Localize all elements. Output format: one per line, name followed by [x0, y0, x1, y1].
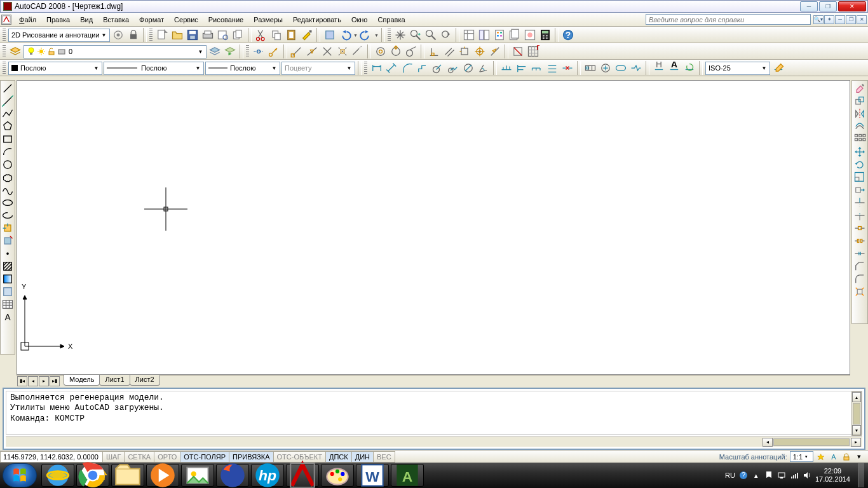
- dim-ordinate-icon[interactable]: [416, 61, 430, 75]
- break-at-point-icon[interactable]: [853, 222, 867, 234]
- workspace-settings-icon[interactable]: [111, 28, 125, 42]
- taskbar-ie-icon[interactable]: [41, 464, 74, 487]
- tab-next-button[interactable]: ▸: [39, 376, 49, 386]
- trim-icon[interactable]: [853, 196, 867, 209]
- tab-prev-button[interactable]: ◂: [28, 376, 38, 386]
- copy-icon[interactable]: [269, 28, 283, 42]
- snap-center-icon[interactable]: [374, 44, 388, 58]
- taskbar-autocad-icon[interactable]: [286, 464, 319, 487]
- taskbar-chrome-icon[interactable]: [76, 464, 109, 487]
- help-icon[interactable]: ?: [561, 28, 575, 42]
- snap-apparent-icon[interactable]: [336, 44, 349, 58]
- minimize-button[interactable]: ─: [800, 1, 818, 11]
- drawing-canvas[interactable]: X Y: [17, 80, 850, 375]
- design-center-icon[interactable]: [477, 28, 491, 42]
- plot-icon[interactable]: [201, 28, 215, 42]
- menu-edit[interactable]: Правка: [41, 15, 75, 25]
- insert-block-icon[interactable]: [1, 222, 15, 234]
- inspection-icon[interactable]: [614, 61, 628, 75]
- sheet-set-manager-icon[interactable]: [508, 28, 522, 42]
- annotation-scale-dropdown[interactable]: 1:1: [790, 451, 813, 462]
- command-history[interactable]: Выполняется регенерация модели. Утилиты …: [6, 391, 862, 435]
- toolbar-grip[interactable]: [3, 62, 6, 74]
- rotate-icon[interactable]: [853, 158, 867, 171]
- taskbar-paint-icon[interactable]: [321, 464, 354, 487]
- center-mark-icon[interactable]: [599, 61, 613, 75]
- dim-angular-icon[interactable]: [477, 61, 491, 75]
- dim-diameter-icon[interactable]: [461, 61, 475, 75]
- dimstyle-manager-icon[interactable]: [771, 61, 785, 75]
- layer-dropdown[interactable]: 0 ▼: [24, 45, 207, 58]
- dim-linear-icon[interactable]: [370, 61, 384, 75]
- lineweight-dropdown[interactable]: Послою ▼: [205, 62, 280, 75]
- snap-temp-track-icon[interactable]: [252, 44, 266, 58]
- paste-icon[interactable]: [285, 28, 299, 42]
- annotation-visibility-icon[interactable]: [816, 452, 826, 462]
- toolbar-grip[interactable]: [388, 29, 391, 41]
- menu-modify[interactable]: Редактировать: [288, 15, 346, 25]
- dimstyle-dropdown[interactable]: ISO-25 ▼: [705, 62, 770, 75]
- taskbar-explorer-icon[interactable]: [111, 464, 144, 487]
- ellipse-arc-icon[interactable]: [1, 209, 15, 222]
- taskbar-image-viewer-icon[interactable]: [181, 464, 214, 487]
- snap-perpendicular-icon[interactable]: [427, 44, 441, 58]
- jogged-linear-icon[interactable]: [629, 61, 643, 75]
- start-button[interactable]: [3, 463, 37, 487]
- snap-from-icon[interactable]: [267, 44, 281, 58]
- layer-properties-icon[interactable]: [8, 44, 22, 58]
- status-lock-icon[interactable]: [841, 452, 851, 462]
- dim-update-icon[interactable]: [682, 61, 696, 75]
- snap-none-icon[interactable]: [511, 44, 525, 58]
- linetype-dropdown[interactable]: Послою ▼: [104, 62, 204, 75]
- plotstyle-dropdown[interactable]: Поцвету ▼: [281, 62, 355, 75]
- workspace-dropdown[interactable]: 2D Рисование и аннотации ▼: [8, 29, 110, 42]
- properties-icon[interactable]: [462, 28, 476, 42]
- tolerance-icon[interactable]: [583, 61, 597, 75]
- stretch-icon[interactable]: [853, 184, 867, 196]
- annotation-autoscale-icon[interactable]: A: [829, 452, 839, 462]
- match-properties-icon[interactable]: [300, 28, 314, 42]
- dim-break-icon[interactable]: [560, 61, 574, 75]
- markup-manager-icon[interactable]: [523, 28, 537, 42]
- tray-volume-icon[interactable]: [803, 471, 811, 480]
- tab-first-button[interactable]: ▮◂: [17, 376, 27, 386]
- menu-help[interactable]: Справка: [372, 15, 410, 25]
- menu-service[interactable]: Сервис: [169, 15, 203, 25]
- menu-dimensions[interactable]: Размеры: [248, 15, 288, 25]
- command-vscrollbar[interactable]: ▴ ▾: [851, 391, 862, 436]
- tab-layout1[interactable]: Лист1: [99, 375, 130, 386]
- snap-midpoint-icon[interactable]: [305, 44, 319, 58]
- doc-restore-button[interactable]: ❐: [846, 15, 856, 24]
- workspace-lock-icon[interactable]: [126, 28, 140, 42]
- tool-palettes-icon[interactable]: [492, 28, 506, 42]
- scale-icon[interactable]: [853, 171, 867, 184]
- rectangle-icon[interactable]: [1, 133, 15, 146]
- menu-drawing[interactable]: Рисование: [203, 15, 248, 25]
- move-icon[interactable]: [853, 146, 867, 158]
- menu-window[interactable]: Окно: [346, 15, 373, 25]
- snap-extension-icon[interactable]: [351, 44, 365, 58]
- table-icon[interactable]: [1, 298, 15, 311]
- quickcalc-icon[interactable]: [538, 28, 552, 42]
- menu-view[interactable]: Вид: [75, 15, 98, 25]
- snap-nearest-icon[interactable]: [488, 44, 502, 58]
- close-button[interactable]: ✕: [838, 1, 866, 11]
- snap-endpoint-icon[interactable]: [290, 44, 304, 58]
- polygon-icon[interactable]: [1, 120, 15, 133]
- snap-parallel-icon[interactable]: [442, 44, 456, 58]
- snap-quadrant-icon[interactable]: [389, 44, 403, 58]
- status-tray-dropdown[interactable]: ▾: [854, 452, 864, 462]
- circle-icon[interactable]: [1, 158, 15, 171]
- scroll-left-icon[interactable]: ◂: [763, 438, 773, 447]
- revision-cloud-icon[interactable]: [1, 171, 15, 184]
- snap-intersection-icon[interactable]: [320, 44, 334, 58]
- tab-layout2[interactable]: Лист2: [130, 375, 160, 386]
- taskbar-autocad-app-icon[interactable]: A: [391, 464, 424, 487]
- doc-minimize-button[interactable]: ─: [835, 15, 845, 24]
- taskbar-word-icon[interactable]: W: [356, 464, 389, 487]
- taskbar-hp-icon[interactable]: hp: [251, 464, 284, 487]
- break-icon[interactable]: [853, 234, 867, 247]
- region-icon[interactable]: [1, 285, 15, 298]
- zoom-realtime-icon[interactable]: [409, 28, 423, 42]
- dim-aligned-icon[interactable]: [385, 61, 399, 75]
